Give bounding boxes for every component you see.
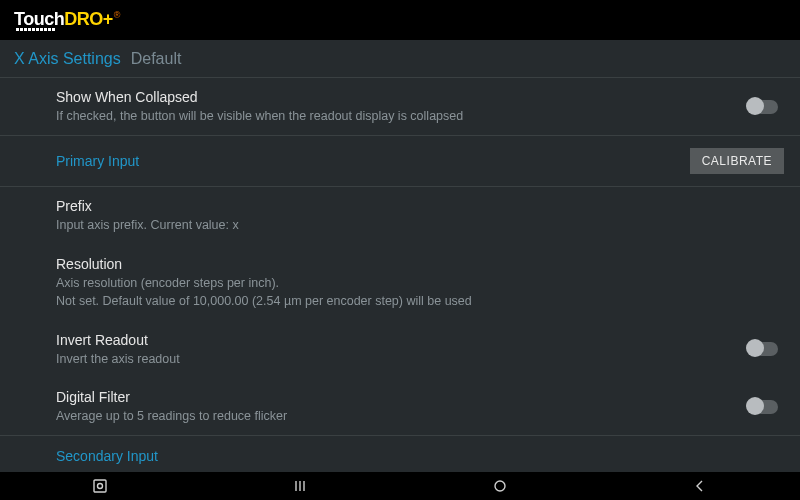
brand-part2: DRO xyxy=(64,9,103,30)
toggle-show-when-collapsed[interactable] xyxy=(748,100,778,114)
setting-title: Resolution xyxy=(56,255,784,274)
page-title: X Axis Settings xyxy=(14,50,121,68)
section-label: Primary Input xyxy=(56,153,690,169)
setting-prefix[interactable]: Prefix Input axis prefix. Current value:… xyxy=(0,187,800,244)
settings-header: X Axis Settings Default xyxy=(0,40,800,78)
setting-title: Digital Filter xyxy=(56,388,784,407)
svg-point-1 xyxy=(98,484,103,489)
brand-underline xyxy=(16,28,119,31)
section-secondary-input: Secondary Input xyxy=(0,436,800,472)
setting-title: Invert Readout xyxy=(56,331,784,350)
toggle-digital-filter[interactable] xyxy=(748,400,778,414)
calibrate-button[interactable]: CALIBRATE xyxy=(690,148,784,174)
brand-logo: TouchDRO+® xyxy=(14,9,119,31)
app-bar: TouchDRO+® xyxy=(0,0,800,40)
setting-desc-line2: Not set. Default value of 10,000.00 (2.5… xyxy=(56,293,784,311)
settings-list[interactable]: Show When Collapsed If checked, the butt… xyxy=(0,78,800,472)
setting-desc: Average up to 5 readings to reduce flick… xyxy=(56,408,784,426)
nav-home-icon[interactable] xyxy=(492,478,508,494)
setting-desc: Invert the axis readout xyxy=(56,351,784,369)
page-subtitle: Default xyxy=(131,50,182,68)
setting-resolution[interactable]: Resolution Axis resolution (encoder step… xyxy=(0,245,800,321)
toggle-invert-readout[interactable] xyxy=(748,342,778,356)
setting-title: Prefix xyxy=(56,197,784,216)
svg-rect-0 xyxy=(94,480,106,492)
brand-plus: + xyxy=(103,9,113,30)
setting-digital-filter[interactable]: Digital Filter Average up to 5 readings … xyxy=(0,378,800,436)
brand-trademark: ® xyxy=(114,10,120,20)
brand-part1: Touch xyxy=(14,9,64,30)
setting-title: Show When Collapsed xyxy=(56,88,784,107)
android-navbar xyxy=(0,472,800,500)
section-primary-input: Primary Input CALIBRATE xyxy=(0,136,800,187)
nav-back-icon[interactable] xyxy=(692,478,708,494)
setting-show-when-collapsed[interactable]: Show When Collapsed If checked, the butt… xyxy=(0,78,800,136)
setting-desc-line1: Axis resolution (encoder steps per inch)… xyxy=(56,275,784,293)
section-label: Secondary Input xyxy=(56,448,784,464)
nav-recents-icon[interactable] xyxy=(292,478,308,494)
setting-desc: Input axis prefix. Current value: x xyxy=(56,217,784,235)
setting-desc: If checked, the button will be visible w… xyxy=(56,108,784,126)
setting-invert-readout[interactable]: Invert Readout Invert the axis readout xyxy=(0,321,800,378)
svg-point-5 xyxy=(495,481,505,491)
nav-screenshot-icon[interactable] xyxy=(92,478,108,494)
